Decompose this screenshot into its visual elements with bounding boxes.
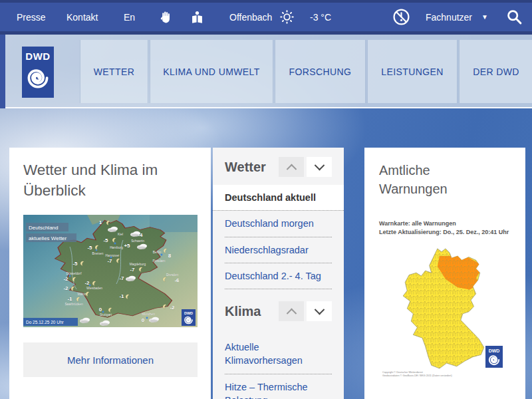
quick-nav-wetter-section: Wetter Deutschland aktuell Deutschland m… xyxy=(213,148,344,289)
warn-map-caption: Warnkarte: alle Warnungen Letzte Aktuali… xyxy=(379,219,511,237)
link-deutschland-morgen[interactable]: Deutschland morgen xyxy=(225,211,332,237)
chevron-up-icon xyxy=(286,164,297,174)
station-city: Kiel xyxy=(118,233,123,236)
warning-map-image[interactable]: Copyright © Deutscher Wetterdienst Geoba… xyxy=(379,241,511,384)
quick-nav-wetter-title: Wetter xyxy=(225,160,276,175)
station-city: Schwerin xyxy=(131,239,144,243)
link-hitze-thermische-belastung[interactable]: Hitze – Thermische Belastung xyxy=(225,374,332,399)
link-niederschlagsradar[interactable]: Niederschlagsradar xyxy=(225,237,332,263)
station-temp: -5 xyxy=(72,261,78,267)
current-temperature[interactable]: -3 °C xyxy=(310,3,331,31)
quick-nav-klima-section: Klima Aktuelle Klimavorhersagen Hitze – … xyxy=(213,289,344,399)
map-region-label: Deutschland xyxy=(29,225,58,231)
link-deutschland-2-4-tag[interactable]: Deutschland 2.- 4. Tag xyxy=(225,263,332,289)
station-temp: -6 xyxy=(174,277,180,283)
wetter-scroll-down-button[interactable] xyxy=(307,157,332,177)
quick-nav-klima-title: Klima xyxy=(225,304,276,319)
dwd-homepage: Presse Kontakt En Offenbach -3 °C Fachnu… xyxy=(0,0,532,399)
station-city: Dresden xyxy=(166,273,178,277)
station-city: Berlin xyxy=(153,251,162,254)
topbar-link-language-en[interactable]: En xyxy=(124,3,135,31)
link-deutschland-aktuell[interactable]: Deutschland aktuell xyxy=(213,185,344,211)
station-temp: -7 xyxy=(119,275,124,281)
warn-caption-line1: Warnkarte: alle Warnungen xyxy=(379,219,511,228)
overview-title: Wetter und Klima im Überblick xyxy=(23,160,198,201)
link-aktuelle-klimavorhersagen[interactable]: Aktuelle Klimavorhersagen xyxy=(225,334,332,374)
station-temp: -1 xyxy=(67,296,72,302)
svg-text:Do 25.12.25 20 Uhr: Do 25.12.25 20 Uhr xyxy=(26,320,65,325)
nav-item-leistungen[interactable]: LEISTUNGEN xyxy=(367,40,458,103)
station-temp: -5 xyxy=(103,237,108,243)
main-navigation: DWD WETTER KLIMA UND UMWELT FORSCHUNG LE… xyxy=(5,35,532,108)
warnings-card: Amtliche Warnungen Warnkarte: alle Warnu… xyxy=(364,148,525,399)
top-utility-bar: Presse Kontakt En Offenbach -3 °C Fachnu… xyxy=(0,0,532,35)
warnings-title: Amtliche Warnungen xyxy=(379,161,479,198)
station-city: Saarbrücken xyxy=(65,303,83,306)
sign-language-icon[interactable] xyxy=(158,3,173,31)
svg-text:Geobasisdaten © GeoBasis-DE /: Geobasisdaten © GeoBasis-DE / BKG 2011 (… xyxy=(382,374,452,377)
easy-language-icon[interactable] xyxy=(190,3,204,31)
more-information-button[interactable]: Mehr Informationen xyxy=(23,342,198,377)
chevron-up-icon xyxy=(286,308,297,319)
overview-card: Wetter und Klima im Überblick xyxy=(9,148,211,399)
station-city: Mainz xyxy=(78,293,86,296)
station-temp: 8 xyxy=(168,253,172,259)
map-timestamp: Do 25.12.25 20 Uhr xyxy=(23,318,78,326)
search-icon[interactable] xyxy=(506,3,523,31)
klima-link-list: Aktuelle Klimavorhersagen Hitze – Thermi… xyxy=(225,334,332,399)
topbar-link-presse[interactable]: Presse xyxy=(17,3,46,31)
dwd-logo-text: DWD xyxy=(25,51,50,62)
nav-item-wetter[interactable]: WETTER xyxy=(80,40,148,103)
nav-item-klima-und-umwelt[interactable]: KLIMA UND UMWELT xyxy=(150,40,273,103)
chevron-down-icon xyxy=(314,160,325,170)
weather-map-image[interactable]: 1 -4 -5 +5 -5 8 -7 -7 -5 -2 -6 -2 -7 -2 … xyxy=(23,215,198,327)
station-city: Wiesbaden xyxy=(86,287,102,290)
station-temp: 0 xyxy=(142,317,145,323)
chevron-down-icon xyxy=(314,305,325,315)
warn-map-dwd-logo: DWD xyxy=(485,346,503,368)
user-menu-fachnutzer[interactable]: Fachnutzer xyxy=(426,3,472,31)
wetter-link-list: Deutschland aktuell Deutschland morgen N… xyxy=(225,185,332,289)
svg-text:Copyright © Deutscher Wetterdi: Copyright © Deutscher Wetterdienst xyxy=(382,371,424,374)
map-sublabel: aktuelles Wetter xyxy=(29,235,67,241)
chevron-down-icon[interactable]: ▼ xyxy=(481,3,488,31)
station-temp: -2 xyxy=(170,305,175,311)
station-city: Stuttgart xyxy=(100,313,112,317)
station-city: Magdeburg xyxy=(130,263,146,266)
topbar-location-label[interactable]: Offenbach xyxy=(229,3,272,31)
dwd-spiral-icon xyxy=(27,66,49,89)
station-temp: 1 xyxy=(99,219,102,225)
station-city: Potsdam xyxy=(153,259,166,263)
station-temp: -1 xyxy=(119,293,124,299)
klima-scroll-down-button[interactable] xyxy=(307,301,332,321)
dwd-logo[interactable]: DWD xyxy=(22,47,54,98)
station-temp: +5 xyxy=(124,243,130,249)
klima-scroll-up-button[interactable] xyxy=(279,301,304,321)
sun-icon xyxy=(279,3,295,31)
station-temp: -2 xyxy=(63,276,68,282)
station-temp: -5 xyxy=(87,245,92,251)
quick-nav-card: Wetter Deutschland aktuell Deutschland m… xyxy=(213,148,344,399)
station-temp: 0 xyxy=(99,307,102,313)
station-temp: -7 xyxy=(107,258,112,264)
station-city: München xyxy=(142,313,155,316)
map-dwd-logo: DWD xyxy=(182,309,196,326)
station-temp: -7 xyxy=(130,267,135,273)
svg-text:DWD: DWD xyxy=(489,348,500,353)
station-city: Hamburg xyxy=(110,246,123,249)
station-city: Hannover xyxy=(106,254,120,257)
nav-item-der-dwd[interactable]: DER DWD xyxy=(459,40,532,103)
station-temp: -2 xyxy=(63,285,68,291)
wetter-scroll-up-button[interactable] xyxy=(279,157,304,177)
topbar-link-kontakt[interactable]: Kontakt xyxy=(66,3,98,31)
station-city: Düsseldorf xyxy=(66,272,82,275)
warning-status-icon[interactable] xyxy=(392,3,411,31)
station-city: Bremen xyxy=(92,252,104,255)
station-temp: -2 xyxy=(84,280,90,286)
header-left-accent xyxy=(0,35,5,108)
nav-item-forschung[interactable]: FORSCHUNG xyxy=(275,40,366,103)
svg-text:DWD: DWD xyxy=(184,311,193,315)
station-temp: -4 xyxy=(138,232,143,238)
warn-caption-line2: Letzte Aktualisierung: Do., 25. Dez., 20… xyxy=(379,228,511,237)
